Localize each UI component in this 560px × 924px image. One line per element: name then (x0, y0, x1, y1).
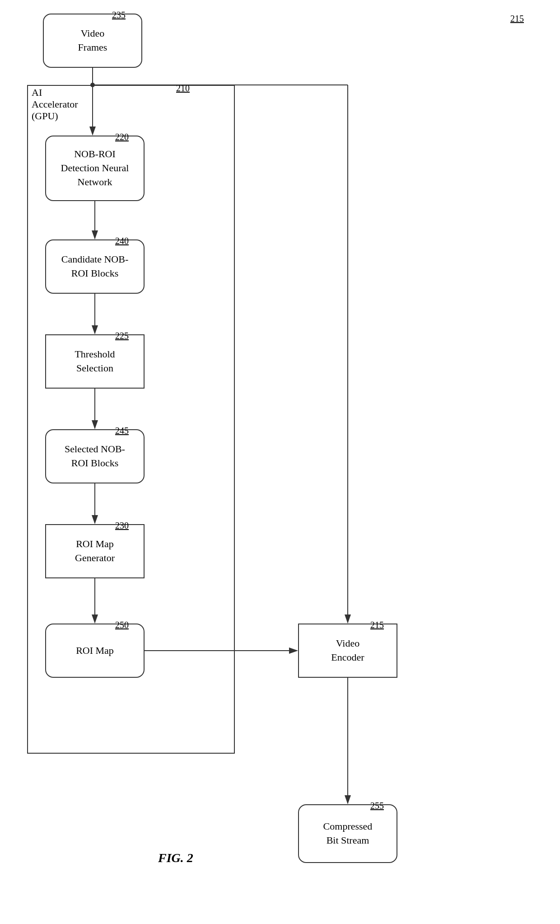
selected-blocks-label: Selected NOB-ROI Blocks (65, 442, 125, 470)
roi-map-generator-box: ROI MapGenerator (45, 524, 145, 578)
nob-roi-detection-label: NOB-ROIDetection NeuralNetwork (61, 147, 129, 189)
compressed-bit-stream-ref: 255 (370, 801, 384, 811)
compressed-bit-stream-box: CompressedBit Stream (298, 804, 397, 863)
roi-map-ref: 250 (115, 620, 129, 630)
fig-200-ref: 215 (510, 14, 524, 24)
junction-dot (90, 83, 95, 87)
video-frames-box: VideoFrames (43, 14, 142, 68)
fig-label: FIG. 2 (158, 851, 193, 865)
selected-blocks-ref: 245 (115, 426, 129, 436)
selected-blocks-box: Selected NOB-ROI Blocks (45, 429, 145, 483)
threshold-selection-label: ThresholdSelection (75, 347, 115, 375)
video-frames-ref: 235 (112, 10, 126, 20)
compressed-bit-stream-label: CompressedBit Stream (323, 820, 373, 848)
candidate-blocks-label: Candidate NOB-ROI Blocks (61, 253, 128, 281)
roi-map-generator-ref: 230 (115, 521, 129, 531)
roi-map-label: ROI Map (76, 644, 114, 658)
threshold-selection-box: ThresholdSelection (45, 334, 145, 389)
ai-accelerator-label: AIAccelerator(GPU) (32, 87, 78, 122)
diagram: 215 VideoFrames 235 AIAccelerator(GPU) 2… (0, 0, 560, 924)
candidate-blocks-ref: 240 (115, 236, 129, 246)
ai-accelerator-ref: 210 (176, 83, 190, 94)
video-encoder-label: VideoEncoder (331, 637, 364, 665)
video-frames-label: VideoFrames (78, 27, 107, 55)
candidate-blocks-box: Candidate NOB-ROI Blocks (45, 239, 145, 294)
video-encoder-ref: 215 (370, 620, 384, 630)
nob-roi-detection-box: NOB-ROIDetection NeuralNetwork (45, 136, 145, 201)
roi-map-generator-label: ROI MapGenerator (75, 537, 115, 565)
threshold-selection-ref: 225 (115, 331, 129, 341)
nob-roi-detection-ref: 220 (115, 132, 129, 142)
video-encoder-box: VideoEncoder (298, 624, 397, 678)
roi-map-box: ROI Map (45, 624, 145, 678)
